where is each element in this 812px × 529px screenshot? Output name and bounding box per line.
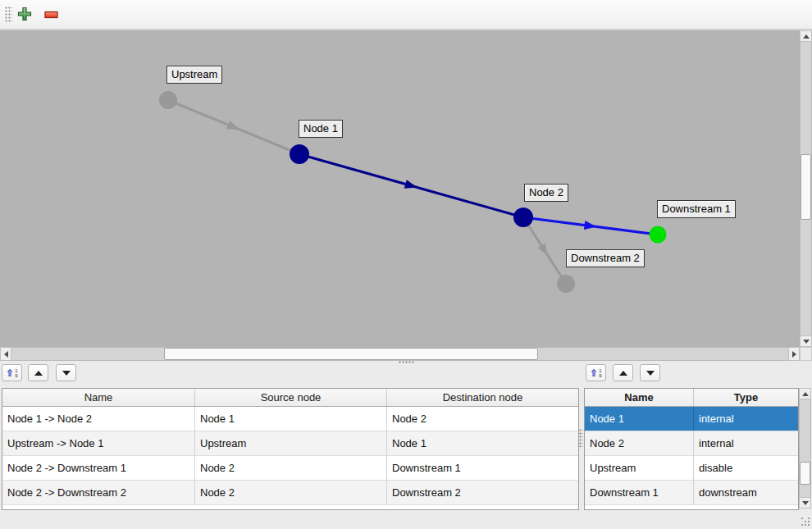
column-header[interactable]: Name — [585, 389, 694, 406]
edges-table: NameSource nodeDestination node Node 1 -… — [2, 388, 579, 510]
table-row[interactable]: Node 1 -> Node 2Node 1Node 2 — [2, 407, 578, 431]
table-cell: downstream — [694, 481, 798, 504]
triangle-down-icon — [646, 371, 655, 376]
canvas-scroll-down-button[interactable] — [800, 335, 812, 347]
add-node-button[interactable] — [14, 5, 35, 25]
table-cell: Node 2 — [195, 456, 387, 480]
status-bar — [0, 513, 812, 529]
sort-ascending-icon: ⇧ — [590, 368, 601, 378]
window-resize-grip[interactable] — [801, 518, 803, 519]
graph-node[interactable] — [557, 275, 575, 293]
triangle-up-icon — [619, 371, 627, 376]
table-row[interactable]: Downstream 1downstream — [585, 481, 798, 505]
nodes-table-scroll-thumb[interactable] — [800, 462, 810, 485]
canvas-scroll-up-button[interactable] — [800, 30, 812, 42]
triangle-up-icon — [34, 371, 43, 376]
column-header[interactable]: Destination node — [387, 389, 578, 406]
edges-move-up-button[interactable] — [28, 364, 48, 381]
graph-svg — [0, 31, 800, 347]
table-cell: Node 1 — [387, 431, 578, 455]
table-cell: Node 2 — [195, 481, 387, 504]
table-row[interactable]: Node 1internal — [585, 407, 798, 431]
table-row[interactable]: Node 2internal — [585, 431, 798, 456]
plus-icon — [17, 7, 32, 24]
edges-table-header: NameSource nodeDestination node — [2, 389, 578, 407]
scrollbar-corner — [800, 347, 812, 361]
edges-sort-button[interactable]: ⇧ — [2, 364, 22, 381]
table-cell: internal — [694, 431, 798, 455]
edge-arrow-icon — [537, 243, 548, 256]
table-row[interactable]: Node 2 -> Downstream 1Node 2Downstream 1 — [2, 456, 578, 481]
nodes-table-body: Node 1internalNode 2internalUpstreamdisa… — [585, 407, 798, 505]
canvas-horizontal-scroll-thumb[interactable] — [164, 348, 538, 360]
edge-arrow-icon — [226, 121, 239, 130]
table-row[interactable]: Upstreamdisable — [585, 456, 798, 481]
table-cell: Downstream 2 — [387, 481, 578, 504]
nodes-table-scroll-down-button[interactable] — [799, 497, 811, 508]
table-cell: Upstream -> Node 1 — [2, 431, 195, 455]
graph-canvas[interactable]: UpstreamNode 1Node 2Downstream 1Downstre… — [0, 30, 800, 347]
nodes-table: NameType Node 1internalNode 2internalUps… — [584, 388, 799, 510]
table-cell: Upstream — [585, 456, 694, 480]
arrow-down-icon — [802, 501, 809, 505]
canvas-scroll-left-button[interactable] — [0, 347, 11, 361]
nodes-sort-button[interactable]: ⇧ — [586, 364, 606, 381]
nodes-move-down-button[interactable] — [640, 364, 660, 381]
nodes-table-header: NameType — [585, 389, 798, 407]
edges-move-down-button[interactable] — [56, 364, 76, 381]
table-cell: Node 2 -> Downstream 1 — [2, 456, 195, 480]
table-cell: internal — [694, 407, 798, 431]
application-window: UpstreamNode 1Node 2Downstream 1Downstre… — [0, 0, 812, 529]
graph-node[interactable] — [650, 226, 667, 244]
table-cell: Node 1 -> Node 2 — [2, 407, 195, 431]
horizontal-splitter-handle[interactable] — [399, 361, 415, 364]
graph-node[interactable] — [513, 207, 533, 227]
column-header[interactable]: Type — [694, 389, 798, 406]
toolbar-grip-handle[interactable] — [5, 7, 12, 23]
arrow-up-icon — [803, 34, 810, 39]
table-cell: Node 2 — [585, 431, 694, 455]
canvas-scroll-right-button[interactable] — [788, 347, 800, 361]
canvas-vertical-scroll-thumb[interactable] — [801, 154, 811, 220]
column-header[interactable]: Name — [2, 389, 195, 406]
main-toolbar — [0, 0, 812, 30]
edge-arrow-icon — [404, 180, 417, 189]
table-cell: Downstream 1 — [387, 456, 578, 480]
arrow-down-icon — [803, 340, 810, 344]
minus-icon — [44, 9, 59, 21]
table-cell: Node 1 — [585, 407, 694, 431]
remove-node-button[interactable] — [41, 5, 62, 25]
graph-node[interactable] — [290, 144, 309, 164]
table-cell: Downstream 1 — [585, 481, 694, 504]
triangle-down-icon — [62, 371, 71, 376]
nodes-table-scroll-up-button[interactable] — [799, 388, 811, 399]
edge-arrow-icon — [584, 221, 597, 230]
column-header[interactable]: Source node — [195, 389, 387, 406]
graph-node[interactable] — [159, 91, 177, 109]
table-cell: Node 1 — [195, 407, 387, 431]
arrow-right-icon — [792, 351, 796, 358]
table-cell: Upstream — [195, 431, 387, 455]
table-cell: disable — [694, 456, 798, 480]
arrow-up-icon — [802, 392, 809, 396]
nodes-move-up-button[interactable] — [613, 364, 633, 381]
edges-table-body: Node 1 -> Node 2Node 1Node 2Upstream -> … — [2, 407, 578, 505]
nodes-table-scrollbar[interactable] — [799, 388, 811, 508]
table-row[interactable]: Node 2 -> Downstream 2Node 2Downstream 2 — [2, 481, 578, 505]
sort-ascending-icon: ⇧ — [6, 368, 17, 378]
arrow-left-icon — [4, 351, 8, 358]
vertical-splitter-handle[interactable] — [579, 429, 583, 447]
table-row[interactable]: Upstream -> Node 1UpstreamNode 1 — [2, 431, 578, 456]
table-cell: Node 2 — [387, 407, 578, 431]
table-cell: Node 2 -> Downstream 2 — [2, 481, 195, 504]
